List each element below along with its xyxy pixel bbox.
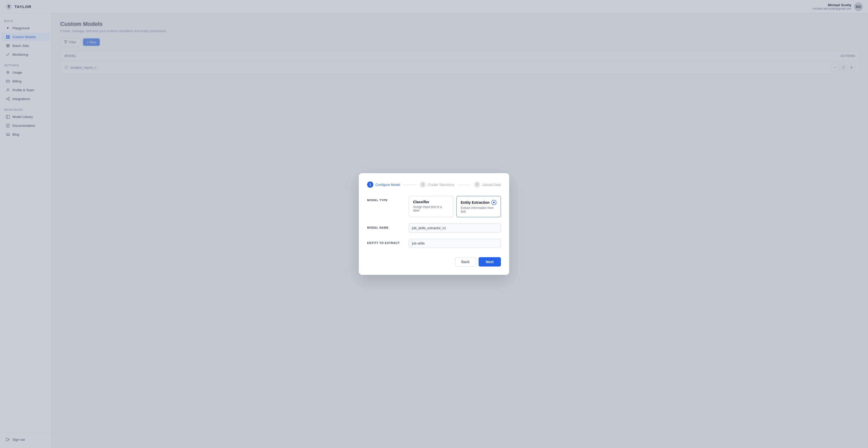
- step-3-circle: 3: [474, 182, 480, 188]
- step-2-label: Create Taxonomy: [428, 183, 455, 187]
- modal-footer: Back Next: [367, 257, 501, 266]
- model-type-field: Classifier Assign input text to a label …: [409, 196, 501, 217]
- step-line-1-2: [403, 185, 416, 185]
- step-3-label: Upload Data: [482, 183, 501, 187]
- modal-overlay: 1 Configure Model 2 Create Taxonomy 3 Up…: [0, 0, 868, 448]
- configure-model-modal: 1 Configure Model 2 Create Taxonomy 3 Up…: [359, 173, 509, 275]
- entity-extraction-card[interactable]: Entity Extraction Extract information fr…: [456, 196, 501, 217]
- model-type-label: MODEL TYPE: [367, 196, 409, 202]
- back-button[interactable]: Back: [455, 257, 476, 266]
- model-type-row: MODEL TYPE Classifier Assign input text …: [367, 196, 501, 217]
- step-3: 3 Upload Data: [474, 182, 501, 188]
- classifier-title: Classifier: [413, 200, 429, 204]
- model-name-input[interactable]: [409, 223, 501, 232]
- step-1-circle: 1: [367, 182, 373, 188]
- model-name-field: [409, 223, 501, 232]
- classifier-desc: Assign input text to a label: [413, 205, 449, 212]
- model-name-label: MODEL NAME: [367, 223, 409, 229]
- step-line-2-3: [457, 185, 470, 185]
- step-1: 1 Configure Model: [367, 182, 400, 188]
- svg-point-29: [493, 202, 495, 203]
- entity-extraction-title: Entity Extraction: [461, 200, 490, 204]
- classifier-card[interactable]: Classifier Assign input text to a label: [409, 196, 453, 217]
- entity-extract-label: ENTITY TO EXTRACT: [367, 239, 409, 245]
- stepper: 1 Configure Model 2 Create Taxonomy 3 Up…: [367, 182, 501, 188]
- entity-extract-field: [409, 239, 501, 248]
- selected-check-icon: [491, 200, 496, 205]
- next-button[interactable]: Next: [478, 257, 501, 266]
- step-2: 2 Create Taxonomy: [420, 182, 455, 188]
- entity-extract-row: ENTITY TO EXTRACT: [367, 239, 501, 248]
- entity-extract-input[interactable]: [409, 239, 501, 248]
- model-name-row: MODEL NAME: [367, 223, 501, 232]
- step-2-circle: 2: [420, 182, 426, 188]
- step-1-label: Configure Model: [375, 183, 400, 187]
- entity-extraction-desc: Extract information from text: [461, 206, 496, 213]
